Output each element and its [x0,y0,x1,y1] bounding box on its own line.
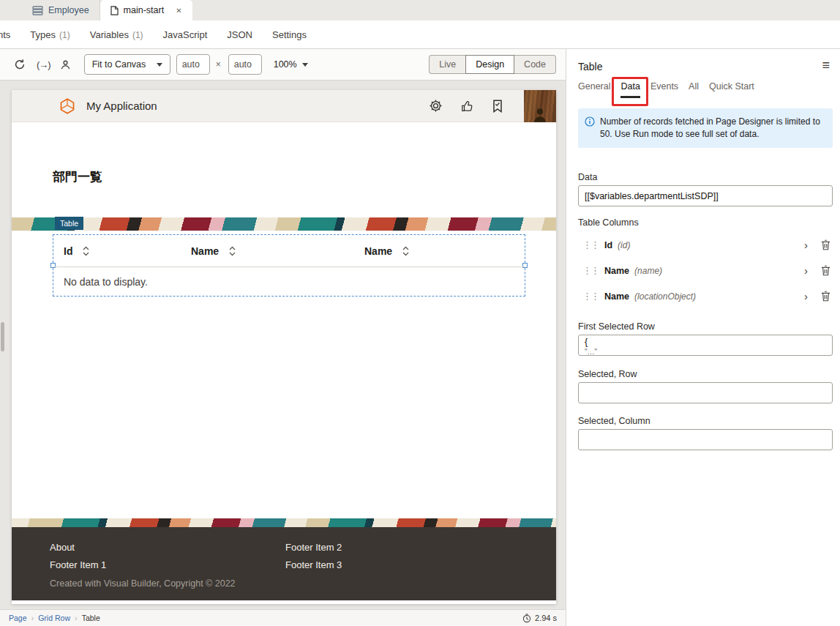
column-row-location[interactable]: ⋮⋮ Name (locationObject) › [566,283,840,309]
sort-icon[interactable] [229,246,236,256]
info-banner: Number of records fetched in Page Design… [578,108,833,148]
column-header-name[interactable]: Name [191,235,236,267]
sort-icon[interactable] [83,246,89,256]
tab-employee[interactable]: Employee [22,0,100,21]
panel-tab-quick-start[interactable]: Quick Start [709,81,754,96]
bookmark-icon[interactable] [492,100,503,113]
nav-item-variables[interactable]: Variables (1) [90,29,143,40]
footer-link-item2[interactable]: Footer Item 2 [285,542,342,553]
panel-tab-data[interactable]: Data [620,81,640,98]
table-component-selection[interactable]: Id Name Name No data to display. [53,234,525,297]
code-view-toggle-icon[interactable]: (→) [37,59,50,70]
decorative-footer-banner [12,518,556,527]
page-preview: My Application 部門一覧 [12,90,556,604]
stack-icon [32,6,43,15]
visual-builder-window: Employee main-start ✕ nts Types (1) Vari… [0,0,840,626]
chevron-down-icon [302,63,308,67]
first-selected-row-label: First Selected Row [578,321,655,332]
breadcrumb-page[interactable]: Page [9,614,27,622]
column-header-name2[interactable]: Name [364,235,409,267]
thumbs-up-icon[interactable] [461,100,474,113]
decorative-banner [12,217,556,231]
first-selected-row-clipped-line: "…" [585,347,826,356]
canvas-width-input[interactable] [176,54,210,75]
gear-icon[interactable] [429,99,443,113]
table-empty-message: No data to display. [64,267,148,297]
info-icon [585,116,595,127]
selection-tag: Table [55,217,83,230]
column-header-id[interactable]: Id [64,235,89,267]
clock-icon [522,614,531,623]
selected-row-label: Selected, Row [578,369,637,379]
user-icon[interactable] [58,56,74,72]
nav-item-json[interactable]: JSON [227,29,252,40]
panel-tab-general[interactable]: General [578,81,610,96]
nav-item-clipped[interactable]: nts [0,29,10,40]
chevron-right-icon: › [75,614,78,622]
breadcrumb-table[interactable]: Table [82,614,100,622]
fit-to-canvas-dropdown[interactable]: Fit to Canvas [84,54,170,75]
user-avatar[interactable] [524,90,556,122]
table-columns-label: Table Columns [578,217,639,228]
table-header-row: Id Name Name [53,235,525,267]
first-selected-row-input[interactable]: { "…" [578,335,833,356]
code-mode-button[interactable]: Code [514,55,556,74]
nav-item-settings[interactable]: Settings [272,29,307,40]
render-time-value: 2.94 s [535,614,557,622]
drag-handle-icon[interactable]: ⋮⋮ [582,265,597,276]
tab-employee-label: Employee [48,5,89,15]
selected-row-input[interactable] [578,382,833,403]
nav-item-types[interactable]: Types (1) [30,29,70,40]
breadcrumb-grid-row[interactable]: Grid Row [38,614,70,622]
trash-icon[interactable] [821,265,830,276]
tab-main-start-label: main-start [124,5,165,15]
app-logo-icon [59,97,76,115]
trash-icon[interactable] [821,239,830,250]
info-banner-text: Number of records fetched in Page Design… [600,116,820,139]
tab-main-start[interactable]: main-start ✕ [100,0,192,21]
menu-icon[interactable]: ≡ [822,58,830,73]
footer-link-item3[interactable]: Footer Item 3 [285,559,342,570]
window-tab-bar: Employee main-start ✕ [0,0,840,21]
panel-title: Table [578,61,602,72]
column-row-id[interactable]: ⋮⋮ Id (id) › [566,232,840,258]
canvas-scrollbar-thumb[interactable] [1,322,4,351]
page-icon [110,6,119,15]
chevron-down-icon [157,63,162,67]
footer-link-about[interactable]: About [50,542,75,553]
panel-tab-all[interactable]: All [689,81,699,96]
panel-tab-events[interactable]: Events [650,81,678,96]
design-mode-button[interactable]: Design [465,55,514,74]
drag-handle-icon[interactable]: ⋮⋮ [582,291,597,302]
footer-link-item1[interactable]: Footer Item 1 [50,559,106,570]
trash-icon[interactable] [821,291,830,302]
data-field-label: Data [578,172,597,182]
chevron-right-icon[interactable]: › [804,239,808,251]
close-icon[interactable]: ✕ [176,7,181,15]
zoom-dropdown[interactable]: 100% [274,59,308,70]
column-row-name[interactable]: ⋮⋮ Name (name) › [566,258,840,283]
app-header[interactable]: My Application [12,90,556,122]
editor-nav-bar: nts Types (1) Variables (1) JavaScript J… [0,21,840,49]
canvas-height-input[interactable] [228,54,262,75]
panel-tabs: General Data Events All Quick Start [578,81,754,103]
times-separator: × [216,59,221,70]
data-expression-input[interactable] [578,185,833,206]
sort-icon[interactable] [402,246,409,256]
live-mode-button[interactable]: Live [429,55,465,74]
render-timer: 2.94 s [522,614,557,623]
chevron-right-icon[interactable]: › [804,290,808,302]
page-heading[interactable]: 部門一覧 [53,168,102,185]
types-count: (1) [59,30,70,40]
properties-panel: Table ≡ General Data Events All Quick St… [566,49,840,626]
nav-item-javascript[interactable]: JavaScript [163,29,208,40]
structure-breadcrumb-bar: Page › Grid Row › Table 2.94 s [0,609,566,626]
variables-count: (1) [132,30,143,40]
chevron-right-icon[interactable]: › [804,264,808,277]
selected-column-input[interactable] [578,429,833,450]
designer-toolbar: (→) Fit to Canvas × 100% Live Design Cod… [0,49,566,81]
page-designer-canvas: My Application 部門一覧 [0,81,566,609]
refresh-icon[interactable] [12,56,28,72]
chevron-right-icon: › [31,614,34,622]
drag-handle-icon[interactable]: ⋮⋮ [582,239,597,250]
